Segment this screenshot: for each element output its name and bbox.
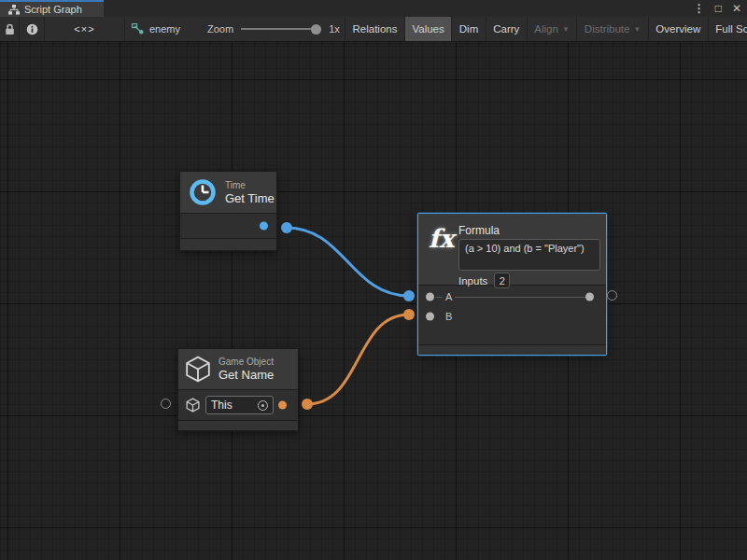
inputs-label: Inputs — [458, 275, 487, 287]
port-label-a: A — [443, 291, 455, 302]
formula-output-port[interactable] — [585, 293, 594, 301]
get-name-input-unconnected-port[interactable] — [161, 399, 171, 409]
formula-input-port-b[interactable] — [426, 313, 434, 321]
window-close-button[interactable]: ✕ — [732, 0, 741, 17]
connection-endpoint[interactable] — [403, 309, 415, 320]
info-button[interactable] — [20, 17, 45, 41]
node-footer — [178, 420, 298, 430]
node-get-time-body — [180, 214, 276, 238]
node-get-name-header: Game Object Get Name — [178, 349, 298, 390]
toolbar: <×> enemy Zoom 1x Relations Values Dim C… — [0, 17, 747, 42]
get-name-output-port[interactable] — [278, 401, 287, 410]
node-footer — [418, 344, 606, 355]
relation-line — [436, 297, 590, 298]
node-title: Get Name — [218, 368, 274, 383]
formula-port-row-b: B — [418, 307, 606, 326]
connection-gettime-to-formula-a[interactable] — [287, 228, 409, 296]
node-category: Game Object — [218, 356, 274, 368]
lock-button[interactable] — [0, 17, 20, 41]
chevron-down-icon: ▼ — [633, 25, 641, 34]
window-menu-button[interactable]: ⋮ — [694, 0, 705, 17]
node-get-time-header: Time Get Time — [180, 172, 276, 214]
carets-toggle-button[interactable]: <×> — [45, 17, 125, 41]
zoom-label: Zoom — [207, 23, 233, 35]
formula-output-unconnected-port[interactable] — [607, 290, 617, 301]
node-title: Get Time — [225, 191, 275, 206]
script-graph-window: Script Graph ⋮ □ ✕ <×> — [0, 0, 747, 560]
node-footer — [180, 238, 276, 250]
node-get-time[interactable]: Time Get Time — [179, 171, 277, 251]
relations-button[interactable]: Relations — [345, 17, 404, 41]
zoom-slider-track — [241, 28, 321, 30]
zoom-slider-handle[interactable] — [311, 24, 321, 35]
connection-endpoint[interactable] — [281, 222, 292, 233]
zoom-slider[interactable] — [241, 23, 321, 35]
breadcrumb[interactable]: enemy — [132, 17, 180, 41]
hierarchy-graph-icon — [8, 5, 20, 15]
dim-button[interactable]: Dim — [451, 17, 485, 41]
window-maximize-button[interactable]: □ — [715, 0, 722, 17]
connection-endpoint[interactable] — [403, 290, 415, 301]
target-object-value: This — [211, 399, 233, 412]
zoom-value: 1x — [329, 23, 340, 35]
connection-endpoint[interactable] — [302, 399, 313, 410]
tab-script-graph[interactable]: Script Graph — [0, 0, 104, 17]
info-icon — [26, 23, 38, 35]
node-category: Time — [225, 179, 275, 191]
node-formula[interactable]: fx Formula (a > 10) and (b = "Player") I… — [417, 213, 607, 356]
titlebar: Script Graph ⋮ □ ✕ — [0, 0, 747, 17]
tab-title: Script Graph — [24, 4, 82, 15]
formula-port-row-a: A — [418, 287, 606, 306]
fx-icon: fx — [426, 221, 457, 257]
clock-icon — [189, 178, 217, 206]
window-controls: ⋮ □ ✕ — [694, 0, 741, 17]
connection-getname-to-formula-b[interactable] — [307, 315, 409, 404]
node-formula-body: A B — [418, 286, 606, 344]
zoom-control: Zoom 1x — [207, 17, 340, 41]
toolbar-buttons: Relations Values Dim Carry Align▼ Distri… — [345, 17, 747, 41]
carry-button[interactable]: Carry — [486, 17, 527, 41]
overview-button[interactable]: Overview — [648, 17, 708, 41]
formula-expression-input[interactable]: (a > 10) and (b = "Player") — [458, 239, 600, 271]
target-object-field[interactable]: This — [205, 396, 274, 414]
node-get-name[interactable]: Game Object Get Name This — [177, 348, 299, 431]
port-label-b: B — [443, 311, 455, 322]
graph-canvas[interactable]: Time Get Time fx Formula (a > 10) and (b… — [0, 42, 747, 560]
get-time-output-port[interactable] — [260, 222, 268, 231]
align-button[interactable]: Align▼ — [527, 17, 577, 41]
target-picker-icon[interactable] — [258, 400, 268, 411]
graph-name: enemy — [149, 23, 180, 35]
lock-icon — [5, 23, 15, 35]
node-get-name-body: This — [178, 390, 298, 420]
fullscreen-button[interactable]: Full Screen — [708, 17, 747, 41]
graph-icon — [132, 23, 144, 35]
cube-icon — [185, 356, 211, 383]
distribute-button[interactable]: Distribute▼ — [576, 17, 648, 41]
formula-input-port-a[interactable] — [426, 293, 434, 301]
values-button[interactable]: Values — [404, 17, 451, 41]
chevron-down-icon: ▼ — [562, 25, 570, 34]
connections-layer — [0, 42, 747, 560]
cube-icon — [186, 398, 200, 413]
node-formula-header: fx Formula (a > 10) and (b = "Player") I… — [418, 214, 606, 286]
node-title: Formula — [458, 224, 500, 237]
